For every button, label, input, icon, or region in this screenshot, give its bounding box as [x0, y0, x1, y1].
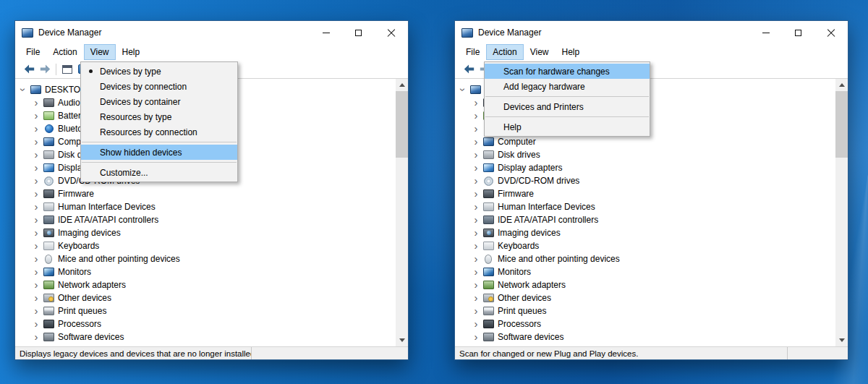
chevron-collapsed-icon[interactable]: ›	[31, 294, 41, 302]
chevron-collapsed-icon[interactable]: ›	[471, 216, 481, 224]
menu-item-resources-by-connection[interactable]: Resources by connection	[81, 124, 237, 140]
tree-item-dvd-cd-rom-drives[interactable]: ›DVD/CD-ROM drives	[455, 174, 835, 187]
menu-item-add-legacy-hardware[interactable]: Add legacy hardware	[485, 79, 650, 94]
menubar-item-file[interactable]: File	[20, 44, 46, 60]
menubar-item-help[interactable]: Help	[116, 44, 147, 60]
tree-item-human-interface-devices[interactable]: ›Human Interface Devices	[15, 200, 396, 213]
chevron-collapsed-icon[interactable]: ›	[471, 307, 481, 315]
menubar-item-action[interactable]: Action	[46, 44, 83, 60]
chevron-collapsed-icon[interactable]: ›	[471, 281, 481, 289]
chevron-collapsed-icon[interactable]: ›	[31, 281, 41, 289]
menu-item-show-hidden-devices[interactable]: Show hidden devices	[81, 145, 237, 160]
tree-item-processors[interactable]: ›Processors	[15, 317, 396, 330]
tree-item-mice-and-other-pointing-devices[interactable]: ›Mice and other pointing devices	[455, 252, 835, 265]
forward-button[interactable]	[37, 61, 53, 77]
chevron-collapsed-icon[interactable]: ›	[31, 176, 41, 185]
chevron-collapsed-icon[interactable]: ›	[31, 268, 41, 276]
menubar-item-action[interactable]: Action	[486, 44, 523, 60]
maximize-button[interactable]	[782, 22, 814, 43]
tree-item-keyboards[interactable]: ›Keyboards	[15, 239, 396, 252]
tree-item-software-devices[interactable]: ›Software devices	[15, 330, 396, 344]
chevron-collapsed-icon[interactable]: ›	[471, 229, 481, 237]
tree-item-network-adapters[interactable]: ›Network adapters	[15, 278, 396, 291]
menubar-item-help[interactable]: Help	[556, 44, 587, 60]
scroll-up-icon[interactable]	[835, 79, 848, 91]
tree-item-ide-ata-atapi-controllers[interactable]: ›IDE ATA/ATAPI controllers	[15, 213, 396, 226]
chevron-collapsed-icon[interactable]: ›	[31, 216, 41, 224]
close-button[interactable]	[375, 22, 407, 43]
chevron-collapsed-icon[interactable]: ›	[31, 255, 41, 263]
chevron-collapsed-icon[interactable]: ›	[471, 268, 481, 276]
menu-item-scan-for-hardware-changes[interactable]: Scan for hardware changes	[485, 64, 650, 79]
title-bar[interactable]: Device Manager	[15, 21, 408, 44]
chevron-collapsed-icon[interactable]: ›	[31, 163, 41, 172]
chevron-collapsed-icon[interactable]: ›	[31, 189, 41, 198]
chevron-expanded-icon[interactable]: ›	[459, 85, 467, 95]
menu-item-devices-and-printers[interactable]: Devices and Printers	[485, 99, 650, 114]
tree-item-print-queues[interactable]: ›Print queues	[455, 304, 835, 317]
tree-item-monitors[interactable]: ›Monitors	[455, 265, 835, 278]
tree-item-disk-drives[interactable]: ›Disk drives	[455, 148, 835, 161]
vertical-scrollbar[interactable]	[835, 79, 848, 346]
tree-item-mice-and-other-pointing-devices[interactable]: ›Mice and other pointing devices	[15, 252, 396, 265]
scrollbar-thumb[interactable]	[835, 91, 848, 158]
chevron-collapsed-icon[interactable]: ›	[31, 137, 41, 146]
back-button[interactable]	[461, 61, 477, 77]
chevron-collapsed-icon[interactable]: ›	[31, 320, 41, 328]
menu-item-devices-by-type[interactable]: Devices by type	[81, 64, 237, 79]
back-button[interactable]	[21, 61, 37, 77]
chevron-expanded-icon[interactable]: ›	[19, 85, 27, 95]
tree-item-software-devices[interactable]: ›Software devices	[455, 330, 835, 344]
minimize-button[interactable]	[310, 22, 342, 43]
chevron-collapsed-icon[interactable]: ›	[31, 202, 41, 211]
tree-item-monitors[interactable]: ›Monitors	[15, 265, 396, 278]
tree-item-network-adapters[interactable]: ›Network adapters	[455, 278, 835, 291]
chevron-collapsed-icon[interactable]: ›	[471, 111, 481, 120]
chevron-collapsed-icon[interactable]: ›	[471, 189, 481, 198]
tree-item-firmware[interactable]: ›Firmware	[15, 187, 396, 200]
tree-item-other-devices[interactable]: ›Other devices	[15, 291, 396, 304]
tree-item-firmware[interactable]: ›Firmware	[455, 187, 835, 200]
chevron-collapsed-icon[interactable]: ›	[31, 98, 41, 107]
chevron-collapsed-icon[interactable]: ›	[471, 320, 481, 328]
chevron-collapsed-icon[interactable]: ›	[471, 163, 481, 172]
tree-item-imaging-devices[interactable]: ›Imaging devices	[455, 226, 835, 239]
tree-item-print-queues[interactable]: ›Print queues	[15, 304, 396, 317]
menu-item-devices-by-connection[interactable]: Devices by connection	[81, 79, 237, 94]
chevron-collapsed-icon[interactable]: ›	[471, 333, 481, 341]
chevron-collapsed-icon[interactable]: ›	[31, 333, 41, 341]
chevron-collapsed-icon[interactable]: ›	[471, 176, 481, 185]
menu-item-resources-by-type[interactable]: Resources by type	[81, 109, 237, 124]
tree-item-ide-ata-atapi-controllers[interactable]: ›IDE ATA/ATAPI controllers	[455, 213, 835, 226]
tree-item-keyboards[interactable]: ›Keyboards	[455, 239, 835, 252]
chevron-collapsed-icon[interactable]: ›	[31, 307, 41, 315]
chevron-collapsed-icon[interactable]: ›	[31, 111, 41, 120]
scrollbar-thumb[interactable]	[396, 91, 408, 158]
title-bar[interactable]: Device Manager	[455, 21, 848, 44]
chevron-collapsed-icon[interactable]: ›	[31, 229, 41, 237]
menubar-item-view[interactable]: View	[84, 44, 116, 60]
chevron-collapsed-icon[interactable]: ›	[471, 98, 481, 107]
tree-item-other-devices[interactable]: ›Other devices	[455, 291, 835, 304]
chevron-collapsed-icon[interactable]: ›	[471, 242, 481, 250]
scroll-down-icon[interactable]	[396, 334, 408, 346]
minimize-button[interactable]	[749, 22, 782, 43]
chevron-collapsed-icon[interactable]: ›	[31, 124, 41, 133]
menu-item-devices-by-container[interactable]: Devices by container	[81, 94, 237, 109]
chevron-collapsed-icon[interactable]: ›	[31, 150, 41, 159]
console-button[interactable]	[59, 61, 75, 77]
chevron-collapsed-icon[interactable]: ›	[31, 242, 41, 250]
maximize-button[interactable]	[342, 22, 375, 43]
chevron-collapsed-icon[interactable]: ›	[471, 150, 481, 159]
chevron-collapsed-icon[interactable]: ›	[471, 124, 481, 133]
tree-item-computer[interactable]: ›Computer	[455, 135, 835, 148]
menu-item-customize[interactable]: Customize...	[81, 165, 237, 180]
scroll-up-icon[interactable]	[396, 79, 408, 91]
menubar-item-view[interactable]: View	[524, 44, 556, 60]
chevron-collapsed-icon[interactable]: ›	[471, 294, 481, 302]
chevron-collapsed-icon[interactable]: ›	[471, 255, 481, 263]
chevron-collapsed-icon[interactable]: ›	[471, 202, 481, 211]
chevron-collapsed-icon[interactable]: ›	[471, 137, 481, 146]
menu-item-help[interactable]: Help	[485, 119, 650, 135]
vertical-scrollbar[interactable]	[396, 79, 408, 346]
